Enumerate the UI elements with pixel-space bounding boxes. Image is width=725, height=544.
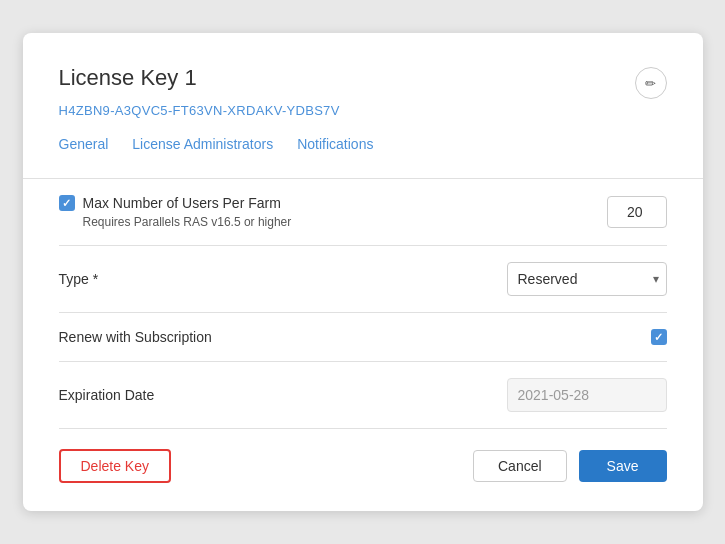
expiration-date-input	[507, 378, 667, 412]
type-label: Type *	[59, 271, 99, 287]
tab-administrators[interactable]: License Administrators	[132, 136, 273, 154]
footer-right: Cancel Save	[473, 450, 667, 482]
tabs: General License Administrators Notificat…	[59, 136, 667, 154]
license-card: License Key 1 ✏ H4ZBN9-A3QVC5-FT63VN-XRD…	[23, 33, 703, 511]
type-select[interactable]: Reserved Concurrent Named	[507, 262, 667, 296]
tab-general[interactable]: General	[59, 136, 109, 154]
footer: Delete Key Cancel Save	[59, 429, 667, 483]
renew-row: Renew with Subscription	[59, 313, 667, 362]
card-header: License Key 1 ✏	[59, 65, 667, 99]
max-users-checkbox[interactable]	[59, 195, 75, 211]
max-users-input[interactable]	[607, 196, 667, 228]
delete-key-button[interactable]: Delete Key	[59, 449, 171, 483]
expiration-row: Expiration Date	[59, 362, 667, 429]
edit-button[interactable]: ✏	[635, 67, 667, 99]
tab-notifications[interactable]: Notifications	[297, 136, 373, 154]
type-select-wrapper: Reserved Concurrent Named ▾	[507, 262, 667, 296]
max-users-sublabel: Requires Parallels RAS v16.5 or higher	[83, 215, 292, 229]
max-users-label-row: Max Number of Users Per Farm	[59, 195, 292, 211]
max-users-left: Max Number of Users Per Farm Requires Pa…	[59, 195, 292, 229]
license-key-code: H4ZBN9-A3QVC5-FT63VN-XRDAKV-YDBS7V	[59, 103, 667, 118]
max-users-label: Max Number of Users Per Farm	[83, 195, 281, 211]
renew-checkbox[interactable]	[651, 329, 667, 345]
save-button[interactable]: Save	[579, 450, 667, 482]
expiration-label: Expiration Date	[59, 387, 155, 403]
type-row: Type * Reserved Concurrent Named ▾	[59, 246, 667, 313]
page-title: License Key 1	[59, 65, 197, 91]
max-users-row: Max Number of Users Per Farm Requires Pa…	[59, 179, 667, 246]
pencil-icon: ✏	[645, 76, 656, 91]
cancel-button[interactable]: Cancel	[473, 450, 567, 482]
renew-label: Renew with Subscription	[59, 329, 212, 345]
